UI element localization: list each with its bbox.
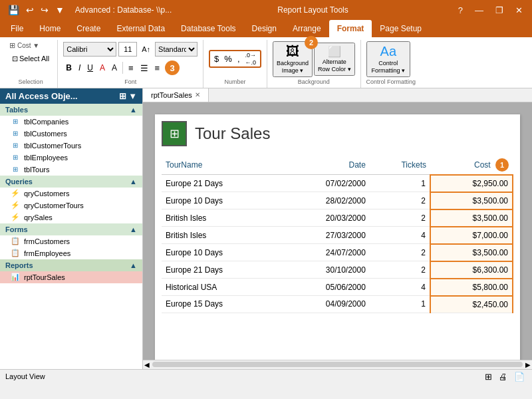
align-right-button[interactable]: ≡ (152, 60, 163, 76)
font-size-input[interactable] (118, 42, 137, 57)
more-qa-button[interactable]: ▼ (53, 3, 67, 17)
save-button[interactable]: 💾 (5, 3, 22, 17)
underline-button[interactable]: U (84, 60, 96, 76)
nav-item-frmemployees[interactable]: 📋 frmEmployees (0, 247, 142, 259)
query-icon: ⚡ (11, 201, 20, 210)
cell-date: 24/07/2000 (281, 244, 370, 261)
section-collapse-icon: ▲ (130, 178, 137, 186)
alternate-row-color-button[interactable]: ⬜ AlternateRow Color ▾ (314, 43, 355, 76)
print-preview-button[interactable]: 🖨 (497, 372, 509, 382)
select-all-button[interactable]: ⊡ Select All (9, 51, 52, 66)
report-view-button[interactable]: 📄 (512, 372, 527, 382)
help-button[interactable]: ? (454, 4, 467, 17)
horizontal-scrollbar[interactable]: ◀ ▶ (143, 360, 532, 369)
nav-item-tblemployees[interactable]: ⊞ tblEmployees (0, 152, 142, 164)
query-icon: ⚡ (11, 213, 20, 222)
cell-cost: $3,500.00 (430, 209, 513, 227)
main-area: All Access Obje... ⊞ ▼ Tables ▲ ⊞ tblCom… (0, 88, 532, 369)
tab-file[interactable]: File (3, 20, 31, 37)
title-bar-left: 💾 ↩ ↪ ▼ Advanced : Database- \\p... (5, 3, 172, 17)
undo-button[interactable]: ↩ (23, 3, 37, 17)
nav-item-tblcustomers[interactable]: ⊞ tblCustomers (0, 128, 142, 140)
cell-tourname: Europe 10 Days (162, 192, 281, 209)
tab-format[interactable]: Format (329, 20, 372, 37)
cell-cost: $2,450.00 (430, 296, 513, 313)
decrease-decimal-button[interactable]: ←.0 (243, 59, 259, 66)
table-row: Europe 21 Days 07/02/2000 1 $2,950.00 (162, 175, 513, 192)
tab-database-tools[interactable]: Database Tools (173, 20, 244, 37)
tab-external-data[interactable]: External Data (108, 20, 173, 37)
cell-tickets: 2 (370, 209, 430, 227)
status-right: ⊞ 🖨 📄 (483, 372, 527, 382)
section-collapse-icon: ▲ (130, 106, 137, 114)
close-tab-icon[interactable]: ✕ (195, 91, 200, 98)
font-color-button[interactable]: A (97, 60, 108, 76)
nav-item-rpttoursales[interactable]: 📊 rptTourSales (0, 271, 142, 283)
close-button[interactable]: ✕ (511, 4, 527, 17)
nav-item-tblcompanies[interactable]: ⊞ tblCompanies (0, 116, 142, 128)
nav-item-frmcustomers[interactable]: 📋 frmCustomers (0, 235, 142, 247)
title-bar: 💾 ↩ ↪ ▼ Advanced : Database- \\p... Repo… (0, 0, 532, 20)
step2-badge: 2 (305, 36, 318, 49)
table-icon: ⊞ (11, 129, 20, 138)
grow-font-button[interactable]: A↑ (139, 41, 153, 57)
scroll-left-button[interactable]: ◀ (144, 361, 150, 368)
nav-item-qrysales[interactable]: ⚡ qrySales (0, 211, 142, 223)
layout-view-button[interactable]: ⊞ (483, 372, 494, 382)
cell-tourname: British Isles (162, 227, 281, 244)
nav-item-qrycustomers[interactable]: ⚡ qryCustomers (0, 188, 142, 200)
cell-tickets: 2 (370, 261, 430, 279)
nav-options-icon[interactable]: ⊞ ▼ (119, 91, 137, 101)
tab-design[interactable]: Design (244, 20, 285, 37)
italic-button[interactable]: I (76, 60, 83, 76)
cell-tourname: Europe 10 Days (162, 244, 281, 261)
cell-tickets: 1 (370, 296, 430, 313)
col-date: Date (281, 156, 370, 175)
cell-tickets: 4 (370, 279, 430, 296)
minimize-button[interactable]: — (471, 4, 487, 17)
table-row: Europe 21 Days 30/10/2000 2 $6,300.00 (162, 261, 513, 279)
comma-button[interactable]: , (235, 53, 242, 66)
align-left-button[interactable]: ≡ (126, 60, 136, 76)
font-family-select[interactable]: Calibri (63, 42, 116, 57)
tab-home[interactable]: Home (31, 20, 68, 37)
style-select[interactable]: Standard (155, 42, 198, 57)
table-row: Europe 15 Days 04/09/2000 1 $2,450.00 (162, 296, 513, 313)
col-tickets: Tickets (370, 156, 430, 175)
query-icon: ⚡ (11, 189, 20, 198)
status-text: Layout View (5, 372, 45, 380)
tab-page-setup[interactable]: Page Setup (372, 20, 430, 37)
scroll-right-button[interactable]: ▶ (525, 361, 531, 368)
cell-date: 28/02/2000 (281, 192, 370, 209)
restore-button[interactable]: ❐ (491, 4, 507, 17)
nav-panel: All Access Obje... ⊞ ▼ Tables ▲ ⊞ tblCom… (0, 88, 143, 369)
nav-item-tbltours[interactable]: ⊞ tblTours (0, 164, 142, 176)
report-icon: 📊 (11, 273, 20, 282)
nav-item-qrycustomertours[interactable]: ⚡ qryCustomerTours (0, 200, 142, 211)
increase-decimal-button[interactable]: .0→ (243, 52, 259, 59)
tab-create[interactable]: Create (68, 20, 108, 37)
currency-button[interactable]: $ (212, 53, 221, 66)
nav-item-tblcustomertours[interactable]: ⊞ tblCustomerTours (0, 140, 142, 152)
col-cost: Cost 1 (430, 156, 513, 175)
background-group-label: Background (273, 77, 355, 86)
background-image-icon: 🖼 (286, 44, 299, 59)
nav-section-reports[interactable]: Reports ▲ (0, 259, 142, 271)
bold-button[interactable]: B (63, 60, 74, 76)
table-header-row: TourName Date Tickets Cost 1 (162, 156, 513, 175)
alternate-row-icon: ⬜ (328, 45, 341, 58)
nav-section-queries[interactable]: Queries ▲ (0, 176, 142, 188)
report-tab-rpttoursales[interactable]: rptTourSales ✕ (143, 88, 209, 102)
report-table: TourName Date Tickets Cost 1 Europe 21 D… (162, 156, 513, 313)
percent-button[interactable]: % (222, 53, 234, 66)
nav-section-forms[interactable]: Forms ▲ (0, 223, 142, 235)
control-formatting-button[interactable]: Aa ControlFormatting ▾ (366, 41, 411, 77)
nav-section-tables[interactable]: Tables ▲ (0, 104, 142, 116)
highlight-button[interactable]: A (109, 60, 120, 76)
cell-tickets: 2 (370, 192, 430, 209)
align-center-button[interactable]: ☰ (138, 60, 151, 76)
tab-arrange[interactable]: Arrange (285, 20, 329, 37)
cell-tourname: Europe 21 Days (162, 261, 281, 279)
redo-button[interactable]: ↪ (38, 3, 51, 17)
cell-tickets: 1 (370, 175, 430, 192)
